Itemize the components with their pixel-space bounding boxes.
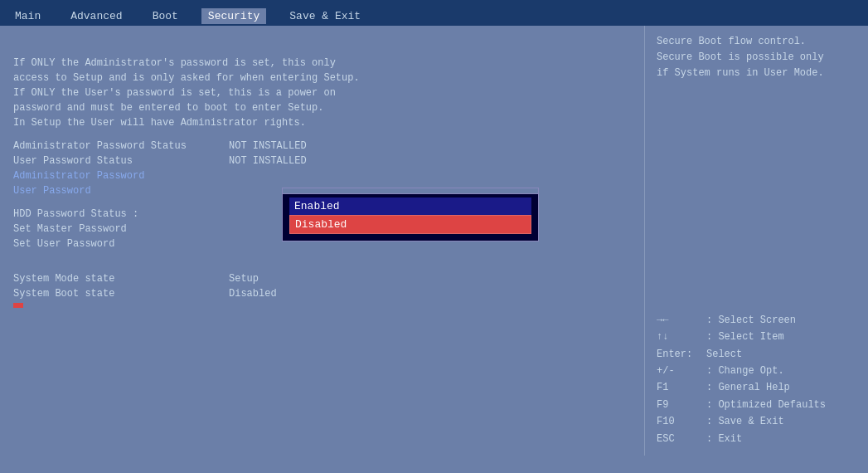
key-name: ↑↓ <box>657 329 706 345</box>
help-text: Secure Boot flow control.Secure Boot is … <box>657 34 856 82</box>
key-desc: : Change Opt. <box>706 363 784 379</box>
setting-label: HDD Password Status : <box>13 208 229 220</box>
key-name: Enter: <box>657 346 706 363</box>
secure-boot-control-row <box>13 303 631 308</box>
key-row: ESC: Exit <box>657 431 856 447</box>
key-name: F10 <box>657 413 706 430</box>
key-name: +/- <box>657 363 706 379</box>
setting-label[interactable]: User Password <box>13 185 229 197</box>
key-name: →← <box>657 312 706 329</box>
key-desc: : Select Screen <box>706 312 796 329</box>
setting-value: Setup <box>229 273 259 285</box>
setting-label: System Boot state <box>13 288 229 300</box>
key-row: +/-: Change Opt. <box>657 363 856 379</box>
setting-row: User Password StatusNOT INSTALLED <box>13 155 631 167</box>
main-content: If ONLY the Administrator's password is … <box>0 26 868 456</box>
menu-bar: MainAdvancedBootSecuritySave & Exit <box>0 7 868 26</box>
key-desc: : Select Item <box>706 329 784 345</box>
key-name: ESC <box>657 431 706 447</box>
key-desc: Select <box>706 346 742 363</box>
menu-item-save-and-exit[interactable]: Save & Exit <box>283 8 367 24</box>
setting-label: Administrator Password Status <box>13 140 229 152</box>
setting-row: Administrator Password <box>13 170 631 182</box>
setting-row: System Mode stateSetup <box>13 273 631 285</box>
left-panel: If ONLY the Administrator's password is … <box>0 26 644 456</box>
setting-row: Administrator Password StatusNOT INSTALL… <box>13 140 631 152</box>
key-desc: : General Help <box>706 379 790 396</box>
key-row: Enter:Select <box>657 346 856 363</box>
key-row: ↑↓: Select Item <box>657 329 856 345</box>
setting-row: System Boot stateDisabled <box>13 288 631 300</box>
secure-boot-control-label[interactable] <box>13 303 23 308</box>
right-panel: Secure Boot flow control.Secure Boot is … <box>644 26 868 456</box>
dropdown-option-enabled[interactable]: Enabled <box>289 197 531 215</box>
secure-boot-dropdown: EnabledDisabled <box>282 188 539 241</box>
key-row: F10: Save & Exit <box>657 413 856 430</box>
key-name: F1 <box>657 379 706 396</box>
settings-group-3: System Mode stateSetupSystem Boot stateD… <box>13 273 631 300</box>
setting-label: Set Master Password <box>13 223 229 235</box>
setting-label: User Password Status <box>13 155 229 167</box>
setting-label: Set User Password <box>13 238 229 250</box>
dropdown-options: EnabledDisabled <box>283 194 538 241</box>
menu-item-advanced[interactable]: Advanced <box>64 8 129 24</box>
key-row: →←: Select Screen <box>657 312 856 329</box>
setting-value: Disabled <box>229 288 277 300</box>
setting-label[interactable]: Administrator Password <box>13 170 229 182</box>
key-row: F1: General Help <box>657 379 856 396</box>
menu-item-security[interactable]: Security <box>201 8 266 24</box>
menu-item-main[interactable]: Main <box>8 8 47 24</box>
setting-label: System Mode state <box>13 273 229 285</box>
key-help: →←: Select Screen↑↓: Select ItemEnter:Se… <box>657 312 856 447</box>
description-text: If ONLY the Administrator's password is … <box>13 41 631 130</box>
dropdown-option-disabled[interactable]: Disabled <box>289 215 531 234</box>
key-name: F9 <box>657 397 706 413</box>
dropdown-title <box>283 188 538 194</box>
key-desc: : Save & Exit <box>706 413 784 430</box>
title-bar <box>0 0 868 7</box>
setting-value: NOT INSTALLED <box>229 140 307 152</box>
key-row: F9: Optimized Defaults <box>657 397 856 413</box>
menu-item-boot[interactable]: Boot <box>146 8 185 24</box>
setting-value: NOT INSTALLED <box>229 155 307 167</box>
key-desc: : Optimized Defaults <box>706 397 826 413</box>
key-desc: : Exit <box>706 431 742 447</box>
